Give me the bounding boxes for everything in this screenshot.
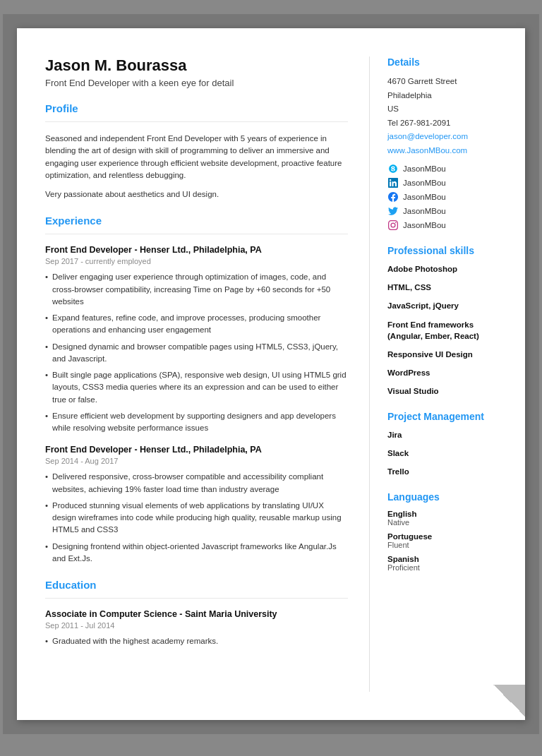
lang3-name: Spanish [387,555,507,563]
social-skype: JasonMBou [387,163,507,174]
address-line2: Philadelphia [387,91,432,100]
lang1-name: English [387,510,507,518]
skill-7: Visual Studio [387,385,507,397]
facebook-icon [387,191,399,203]
linkedin-icon [387,177,399,188]
address-line3: US [387,104,399,113]
email-link[interactable]: jason@developer.com [387,132,468,140]
candidate-name: Jason M. Bourassa [45,56,348,75]
job1-bullet-1: Deliver engaging user experience through… [45,271,348,308]
social-instagram: JasonMBou [387,220,507,231]
edu-degree: Associate in Computer Science - Saint Ma… [45,609,348,619]
facebook-handle: JasonMBou [403,193,446,201]
details-address: 4670 Garrett Street Philadelphia US Tel … [387,75,507,157]
linkedin-handle: JasonMBou [403,179,446,187]
languages-list: English Native Portuguese Fluent Spanish… [387,510,507,572]
skill-4: Front End frameworks (Angular, Ember, Re… [387,319,507,342]
job1-dates: Sep 2017 - currently employed [45,257,348,265]
skill-3: JavaScript, jQuery [387,300,507,311]
job1-bullets: Deliver engaging user experience through… [45,271,348,434]
profile-divider [45,121,348,122]
pm-2: Slack [387,448,507,459]
details-heading: Details [387,56,507,68]
address-line1: 4670 Garrett Street [387,77,457,85]
job1-bullet-3: Designed dynamic and browser compatible … [45,341,348,366]
twitter-handle: JasonMBou [403,207,446,215]
pm-heading: Project Management [387,411,507,422]
job1-title: Front End Developer - Henser Ltd., Phila… [45,245,348,255]
education-heading: Education [45,579,348,591]
job2-bullet-2: Produced stunning visual elements of web… [45,500,348,536]
right-column: Details 4670 Garrett Street Philadelphia… [370,56,525,692]
instagram-handle: JasonMBou [403,221,446,229]
lang2-level: Fluent [387,541,507,549]
tel: Tel 267-981-2091 [387,119,451,127]
social-handles: JasonMBou JasonMBou JasonMBo [387,163,507,231]
job1-bullet-5: Ensure efficient web development by supp… [45,410,348,435]
experience-divider [45,234,348,234]
page-wrapper: Jason M. Bourassa Front End Developer wi… [3,14,539,734]
page-number: 2/2 [500,701,511,709]
skype-icon [387,163,399,174]
skills-list: Adobe Photoshop HTML, CSS JavaScript, jQ… [387,263,507,397]
profile-paragraph-2: Very passionate about aesthetics and UI … [45,188,348,200]
languages-heading: Languages [387,491,507,503]
content-area: Jason M. Bourassa Front End Developer wi… [17,56,525,692]
job2-dates: Sep 2014 - Aug 2017 [45,457,348,465]
pm-1: Jira [387,429,507,440]
education-divider [45,598,348,599]
job2-title: Front End Developer - Henser Ltd., Phila… [45,445,348,455]
lang3-level: Proficient [387,563,507,572]
social-linkedin: JasonMBou [387,177,507,188]
edu-bullets: Graduated with the highest academy remar… [45,635,348,647]
job1-bullet-4: Built single page applications (SPA), re… [45,369,348,406]
social-facebook: JasonMBou [387,191,507,203]
skill-2: HTML, CSS [387,282,507,293]
profile-heading: Profile [45,102,348,114]
skill-6: WordPress [387,367,507,378]
twitter-icon [387,205,399,217]
job1-bullet-2: Expand features, refine code, and improv… [45,312,348,337]
job2-bullet-3: Designing frontend within object-oriente… [45,541,348,565]
skill-1: Adobe Photoshop [387,263,507,275]
skills-heading: Professional skills [387,245,507,256]
pm-3: Trello [387,466,507,477]
left-column: Jason M. Bourassa Front End Developer wi… [17,56,370,692]
resume-page: Jason M. Bourassa Front End Developer wi… [17,28,525,720]
lang2-name: Portuguese [387,532,507,541]
edu-bullet-1: Graduated with the highest academy remar… [45,635,348,647]
edu-dates: Sep 2011 - Jul 2014 [45,621,348,630]
skill-5: Responsive UI Design [387,349,507,360]
skype-handle: JasonMBou [403,164,446,173]
pm-list: Jira Slack Trello [387,429,507,477]
lang1-level: Native [387,518,507,527]
website-link[interactable]: www.JasonMBou.com [387,146,467,155]
social-twitter: JasonMBou [387,205,507,217]
instagram-icon [387,220,399,231]
profile-paragraph-1: Seasoned and independent Front End Devel… [45,133,348,181]
job2-bullets: Delivered responsive, cross-browser comp… [45,471,348,565]
experience-heading: Experience [45,215,348,227]
candidate-title: Front End Developer with a keen eye for … [45,78,348,88]
job2-bullet-1: Delivered responsive, cross-browser comp… [45,471,348,496]
